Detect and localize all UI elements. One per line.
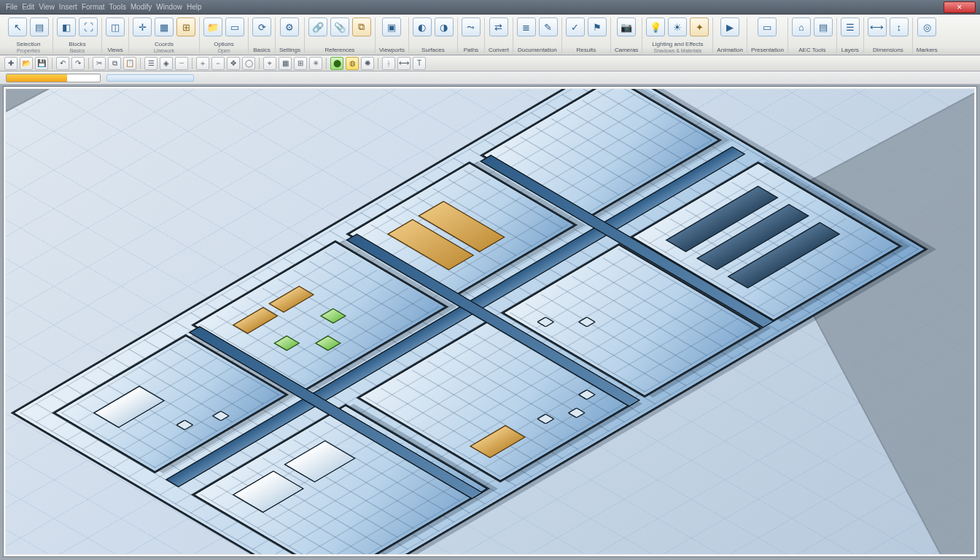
ribbon-group-sublabel: Basics: [70, 48, 85, 53]
menu-format[interactable]: Format: [82, 3, 105, 11]
vp-icon[interactable]: ▣: [382, 18, 401, 36]
copy-button[interactable]: ⧉: [108, 57, 121, 70]
cube-icon[interactable]: ◧: [57, 18, 76, 36]
ribbon-group-presentation: ▭Presentation: [747, 18, 788, 53]
aec1-icon[interactable]: ⌂: [792, 18, 811, 36]
xref-icon[interactable]: ⧉: [352, 18, 371, 36]
rotate-icon[interactable]: ⟳: [252, 18, 271, 36]
loading-progress-fill: [7, 74, 67, 82]
sun-icon[interactable]: ☀: [668, 18, 687, 36]
dim2-icon[interactable]: ↕: [890, 18, 909, 36]
file-icon[interactable]: ▭: [225, 18, 244, 36]
surf1-icon[interactable]: ◐: [413, 18, 432, 36]
play-icon[interactable]: ▶: [720, 18, 739, 36]
pan-button[interactable]: ✥: [227, 57, 240, 70]
zoom-out-button[interactable]: －: [211, 57, 225, 70]
res1-icon[interactable]: ✓: [566, 18, 585, 36]
menu-view[interactable]: View: [39, 3, 55, 11]
toolbar-separator: [378, 58, 378, 69]
bulb-icon[interactable]: 💡: [646, 18, 665, 36]
fx-icon[interactable]: ✦: [690, 18, 709, 36]
ribbon-group-references: 🔗📎⧉References: [305, 18, 376, 53]
menu-window[interactable]: Window: [156, 3, 182, 11]
model-viewport[interactable]: [0, 85, 980, 560]
menu-tools[interactable]: Tools: [109, 3, 126, 11]
grid-icon[interactable]: ▦: [155, 18, 174, 36]
layers-icon[interactable]: ▤: [30, 18, 49, 36]
dim1-icon[interactable]: ⟷: [868, 18, 887, 36]
text-button[interactable]: T: [413, 57, 426, 70]
view-icon[interactable]: ◫: [106, 18, 125, 36]
save-button[interactable]: 💾: [35, 57, 48, 70]
canvas[interactable]: [6, 89, 974, 554]
layer-button[interactable]: ☰: [144, 57, 158, 70]
res2-icon[interactable]: ⚑: [588, 18, 607, 36]
snap-button[interactable]: ⌖: [263, 57, 276, 70]
ribbon-group-aec-tools: ⌂▤AEC Tools: [788, 18, 837, 53]
folder-icon[interactable]: 📁: [203, 18, 222, 36]
ribbon-group-label: Markers: [917, 47, 938, 53]
grid-button[interactable]: ▦: [279, 57, 292, 70]
new-button[interactable]: ✚: [4, 57, 18, 70]
redo-button[interactable]: ↷: [71, 57, 85, 70]
zoom-in-button[interactable]: ＋: [196, 57, 209, 70]
surf2-icon[interactable]: ◑: [435, 18, 454, 36]
open-button[interactable]: 📂: [20, 57, 33, 70]
cursor-icon[interactable]: ↖: [8, 18, 27, 36]
menu-insert[interactable]: Insert: [59, 3, 77, 11]
color-button[interactable]: ◈: [160, 57, 173, 70]
toolbar-separator: [52, 58, 52, 69]
ribbon-group-paths: ⤳Paths: [458, 18, 485, 53]
ltype-button[interactable]: ┄: [175, 57, 188, 70]
status-progress-strip: [0, 71, 980, 85]
toolbar-separator: [326, 58, 327, 69]
cut-button[interactable]: ✂: [93, 57, 106, 70]
cubes-icon[interactable]: ⛶: [79, 18, 98, 36]
menu-edit[interactable]: Edit: [22, 3, 34, 11]
dim-button[interactable]: ⟷: [397, 57, 411, 70]
window-close-button[interactable]: ✕: [944, 1, 976, 13]
pres-icon[interactable]: ▭: [758, 18, 777, 36]
aec2-icon[interactable]: ▤: [814, 18, 833, 36]
attach-icon[interactable]: 📎: [330, 18, 349, 36]
link-icon[interactable]: 🔗: [308, 18, 327, 36]
menu-file[interactable]: File: [6, 3, 18, 11]
lay-icon[interactable]: ☰: [841, 18, 860, 36]
ribbon-group-sublabel: Linework: [154, 48, 174, 53]
path-icon[interactable]: ⤳: [462, 18, 481, 36]
render-button[interactable]: ⬤: [330, 57, 343, 70]
orbit-button[interactable]: ◯: [242, 57, 255, 70]
cam-icon[interactable]: 📷: [617, 18, 636, 36]
ribbon-group-viewports: ▣Viewports: [376, 18, 409, 53]
ribbon-group-dimensions: ⟷↕Dimensions: [864, 18, 913, 53]
ortho-button[interactable]: ⊞: [294, 57, 307, 70]
ribbon-group-options: 📁▭OptionsOpen: [200, 18, 249, 53]
ribbon-group-label: Viewports: [379, 47, 405, 53]
lights-button[interactable]: ✺: [361, 57, 374, 70]
measure-button[interactable]: ⟊: [382, 57, 395, 70]
conv-icon[interactable]: ⇄: [489, 18, 508, 36]
ribbon-group-label: Views: [107, 47, 122, 53]
ribbon-group-label: Lighting and Effects: [652, 42, 703, 47]
ribbon-group-surfaces: ◐◑Surfaces: [409, 18, 458, 53]
polar-button[interactable]: ✳: [309, 57, 322, 70]
doc2-icon[interactable]: ✎: [539, 18, 558, 36]
toolbar-separator: [259, 58, 260, 69]
ribbon-group-label: Dimensions: [873, 47, 903, 53]
mrk-icon[interactable]: ◎: [917, 18, 936, 36]
paste-button[interactable]: 📋: [123, 57, 136, 70]
ribbon-group-label: References: [324, 47, 354, 53]
menu-modify[interactable]: Modify: [131, 3, 152, 11]
ribbon-group-label: Cameras: [615, 47, 638, 53]
ortho-icon[interactable]: ⊞: [176, 18, 195, 36]
canvas-frame: [3, 86, 977, 557]
ribbon-group-markers: ◎Markers: [913, 18, 941, 53]
ribbon-group-convert: ⇄Convert: [485, 18, 513, 53]
doc1-icon[interactable]: ≣: [517, 18, 536, 36]
gear-icon[interactable]: ⚙: [280, 18, 299, 36]
axis-icon[interactable]: ✛: [133, 18, 152, 36]
undo-button[interactable]: ↶: [56, 57, 69, 70]
menu-help[interactable]: Help: [187, 3, 202, 11]
ribbon-group-label: Paths: [464, 47, 478, 53]
materials-button[interactable]: ◍: [346, 57, 359, 70]
